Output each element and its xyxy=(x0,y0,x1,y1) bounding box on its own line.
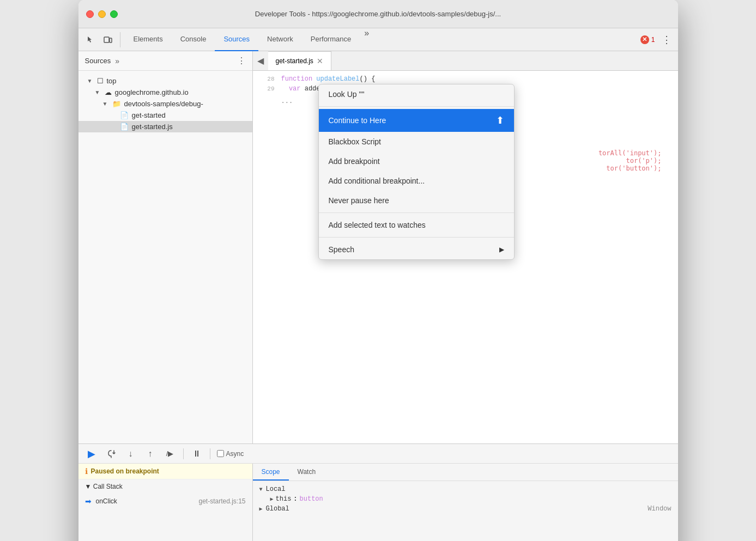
devtools-tabs: Elements Console Sources Network Perform… xyxy=(125,28,374,51)
menu-item-add-watches-label: Add selected text to watches xyxy=(329,221,426,229)
tree-label-get-started-js: get-started.js xyxy=(132,123,173,131)
tab-network[interactable]: Network xyxy=(258,28,302,51)
line-content-28: function updateLabel() { xyxy=(281,75,376,83)
tab-watch[interactable]: Watch xyxy=(289,464,325,481)
tree-item-get-started-js[interactable]: ▶ 📄 get-started.js xyxy=(78,121,252,132)
call-stack-fn-name: onClick xyxy=(96,497,117,505)
step-out-button[interactable]: ↑ xyxy=(144,447,157,460)
async-checkbox-label[interactable]: Async xyxy=(217,450,244,458)
call-stack-item-onclick[interactable]: ➡ onClick get-started.js:15 xyxy=(78,494,252,509)
context-menu: Look Up "" Continue to Here ⬆ Blackbox S… xyxy=(318,84,515,260)
more-tabs-button[interactable]: » xyxy=(360,28,373,51)
minimize-button[interactable] xyxy=(98,10,106,18)
editor-tab-get-started-js[interactable]: get-started.js ✕ xyxy=(268,51,331,70)
menu-item-never-pause[interactable]: Never pause here xyxy=(319,191,514,210)
pause-button[interactable]: ⏸ xyxy=(190,447,203,460)
error-count: 1 xyxy=(651,36,655,44)
error-icon: ✕ xyxy=(640,35,649,44)
tab-performance[interactable]: Performance xyxy=(302,28,360,51)
menu-item-add-watches[interactable]: Add selected text to watches xyxy=(319,215,514,235)
scope-this-key: this xyxy=(276,495,292,503)
tree-arrow-top: ▼ xyxy=(87,78,94,84)
main-content: Sources » ⋮ ▼ ☐ top ▼ ☁ googlechrome.git… xyxy=(78,51,678,443)
tab-console[interactable]: Console xyxy=(172,28,215,51)
tree-item-top[interactable]: ▼ ☐ top xyxy=(78,75,252,87)
menu-item-speech[interactable]: Speech ▶ xyxy=(319,240,514,259)
menu-item-blackbox-label: Blackbox Script xyxy=(329,137,381,146)
menu-item-conditional-breakpoint-label: Add conditional breakpoint... xyxy=(329,177,425,185)
scope-this-prop[interactable]: ▶ this : button xyxy=(259,495,672,503)
file-icon-get-started: 📄 xyxy=(120,111,129,119)
scope-global-label: Global xyxy=(266,505,289,513)
svg-rect-0 xyxy=(104,37,109,42)
menu-item-blackbox[interactable]: Blackbox Script xyxy=(319,132,514,151)
tree-arrow-devtools: ▼ xyxy=(102,101,109,107)
right-code-line-1: torAll('input'); xyxy=(598,149,662,157)
scope-local-header[interactable]: ▼ Local xyxy=(259,485,672,493)
tree-item-github[interactable]: ▼ ☁ googlechrome.github.io xyxy=(78,87,252,98)
menu-item-lookup-label: Look Up "" xyxy=(329,90,365,99)
menu-item-continue[interactable]: Continue to Here ⬆ xyxy=(319,109,514,132)
tree-label-github: googlechrome.github.io xyxy=(115,88,189,96)
step-button[interactable]: /▶ xyxy=(164,447,177,460)
editor-tab-label: get-started.js xyxy=(276,57,313,65)
panel-more-button[interactable]: » xyxy=(115,57,119,65)
call-stack-label: ▼ Call Stack xyxy=(85,483,123,490)
tab-sources[interactable]: Sources xyxy=(215,28,258,51)
scope-content: ▼ Local ▶ this : button ▶ Global Window xyxy=(253,481,678,517)
step-over-button[interactable] xyxy=(105,447,118,460)
tree-item-devtools[interactable]: ▼ 📁 devtools-samples/debug- xyxy=(78,98,252,110)
window-title: Developer Tools - https://googlechrome.g… xyxy=(255,10,501,18)
tree-label-get-started: get-started xyxy=(132,111,166,119)
tab-elements[interactable]: Elements xyxy=(125,28,172,51)
left-bottom: ℹ Paused on breakpoint ▼ Call Stack ➡ on… xyxy=(78,464,253,541)
traffic-lights xyxy=(86,10,118,18)
menu-item-conditional-breakpoint[interactable]: Add conditional breakpoint... xyxy=(319,171,514,191)
js-file-icon: 📄 xyxy=(120,123,129,131)
scope-this-colon: : xyxy=(293,495,297,503)
scope-this-arrow: ▶ xyxy=(270,496,274,502)
line-number-28: 28 xyxy=(257,76,275,82)
call-stack-header[interactable]: ▼ Call Stack xyxy=(78,479,252,494)
panel-title: Sources xyxy=(85,57,111,65)
menu-item-continue-label: Continue to Here xyxy=(329,116,386,125)
device-toggle-icon[interactable] xyxy=(100,32,116,47)
editor-tab-close[interactable]: ✕ xyxy=(317,57,323,65)
panel-header: Sources » ⋮ xyxy=(78,51,252,71)
editor-tabs: ◀ get-started.js ✕ xyxy=(253,51,678,71)
devtools-window: Developer Tools - https://googlechrome.g… xyxy=(78,0,678,541)
svg-rect-1 xyxy=(110,38,112,42)
menu-item-add-breakpoint-label: Add breakpoint xyxy=(329,157,380,166)
menu-separator-2 xyxy=(319,212,514,213)
async-checkbox[interactable] xyxy=(217,450,224,457)
scope-local-arrow: ▼ xyxy=(259,487,263,493)
bottom-panel: ▶ ↓ ↑ /▶ ⏸ Async ℹ Paused on xyxy=(78,443,678,541)
error-badge[interactable]: ✕ 1 xyxy=(640,35,655,44)
right-panel: ◀ get-started.js ✕ 28 function updateLab… xyxy=(253,51,678,443)
left-panel: Sources » ⋮ ▼ ☐ top ▼ ☁ googlechrome.git… xyxy=(78,51,253,443)
tree-arrow-github: ▼ xyxy=(95,89,101,95)
debug-sep xyxy=(183,448,184,459)
panel-options-button[interactable]: ⋮ xyxy=(237,56,246,66)
step-into-button[interactable]: ↓ xyxy=(124,447,137,460)
devtools-toolbar: Elements Console Sources Network Perform… xyxy=(78,28,678,51)
close-button[interactable] xyxy=(86,10,94,18)
maximize-button[interactable] xyxy=(110,10,118,18)
cursor-icon[interactable] xyxy=(83,32,98,47)
menu-item-speech-label: Speech xyxy=(329,245,354,254)
cursor-icon-menu: ⬆ xyxy=(496,114,504,126)
folder-icon-devtools: 📁 xyxy=(112,100,121,108)
resume-button[interactable]: ▶ xyxy=(85,447,98,460)
editor-prev-tab[interactable]: ◀ xyxy=(257,51,268,70)
menu-item-lookup[interactable]: Look Up "" xyxy=(319,84,514,104)
async-label: Async xyxy=(226,450,244,458)
right-code-line-3: tor('button'); xyxy=(598,165,662,172)
tab-scope[interactable]: Scope xyxy=(253,464,289,481)
scope-window-label: Window xyxy=(648,505,671,513)
paused-banner: ℹ Paused on breakpoint xyxy=(78,464,252,479)
menu-separator-3 xyxy=(319,237,514,238)
menu-item-add-breakpoint[interactable]: Add breakpoint xyxy=(319,151,514,171)
tree-item-get-started[interactable]: ▶ 📄 get-started xyxy=(78,110,252,121)
more-options-button[interactable]: ⋮ xyxy=(660,34,674,46)
scope-global-header[interactable]: ▶ Global Window xyxy=(259,505,672,513)
